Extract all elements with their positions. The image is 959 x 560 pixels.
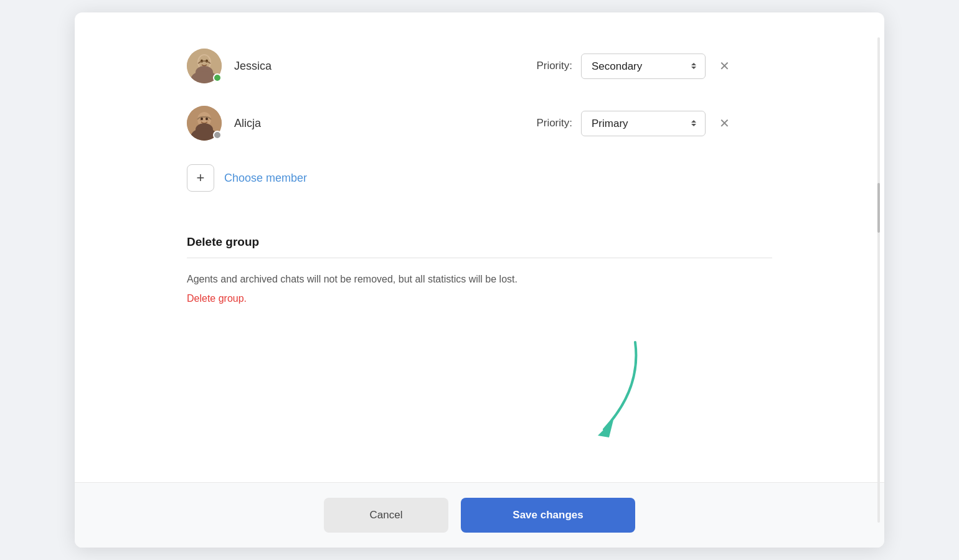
member-row: Alicja Priority: Primary Secondary ✕	[187, 95, 772, 152]
svg-marker-13	[598, 420, 613, 437]
svg-point-9	[201, 118, 203, 120]
scrollbar[interactable]	[877, 12, 881, 548]
annotation-area	[187, 304, 772, 457]
svg-point-10	[206, 118, 208, 120]
member-name-alicja: Alicja	[234, 117, 309, 130]
priority-select-jessica[interactable]: Secondary Primary	[581, 54, 706, 79]
member-name-jessica: Jessica	[234, 60, 309, 73]
remove-alicja-button[interactable]: ✕	[714, 114, 735, 132]
add-member-button[interactable]: +	[187, 164, 214, 192]
avatar	[187, 49, 222, 83]
choose-member-link[interactable]: Choose member	[224, 172, 307, 185]
save-button[interactable]: Save changes	[461, 498, 635, 533]
member-row: Jessica Priority: Secondary Primary ✕	[187, 37, 772, 95]
priority-label-alicja: Priority:	[536, 117, 572, 129]
status-indicator-offline	[213, 131, 222, 139]
arrow-annotation	[567, 339, 648, 439]
priority-section-alicja: Priority: Primary Secondary ✕	[536, 111, 735, 136]
avatar	[187, 106, 222, 141]
priority-section-jessica: Priority: Secondary Primary ✕	[536, 54, 735, 79]
delete-group-section: Delete group Agents and archived chats w…	[187, 235, 772, 304]
choose-member-row: + Choose member	[187, 152, 772, 217]
delete-group-link[interactable]: Delete group.	[187, 293, 247, 304]
priority-label-jessica: Priority:	[536, 60, 572, 72]
scrollbar-track	[877, 37, 880, 523]
cancel-button[interactable]: Cancel	[324, 498, 448, 533]
plus-icon: +	[197, 170, 205, 186]
modal-footer: Cancel Save changes	[75, 482, 884, 548]
priority-select-alicja[interactable]: Primary Secondary	[581, 111, 706, 136]
remove-jessica-button[interactable]: ✕	[714, 57, 735, 75]
modal-container: Jessica Priority: Secondary Primary ✕	[75, 12, 884, 548]
modal-body: Jessica Priority: Secondary Primary ✕	[75, 12, 884, 482]
delete-group-description: Agents and archived chats will not be re…	[187, 272, 772, 287]
status-indicator-online	[213, 73, 222, 82]
scrollbar-thumb	[877, 183, 880, 233]
delete-group-title: Delete group	[187, 235, 772, 258]
